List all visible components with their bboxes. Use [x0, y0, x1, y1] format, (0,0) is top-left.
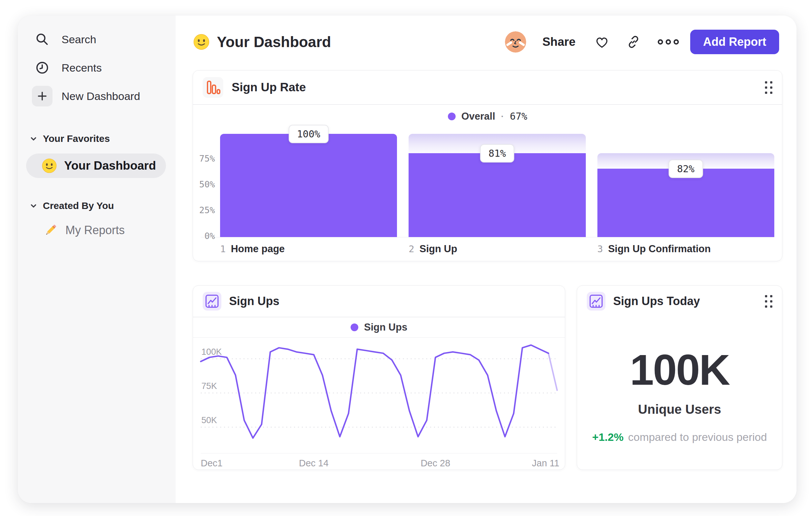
main-content: Your Dashboard Share Add Report: [176, 16, 796, 503]
step-name: Home page: [231, 243, 285, 255]
funnel-legend: Overall · 67%: [193, 105, 782, 128]
step-name: Sign Up: [419, 243, 457, 255]
svg-text:100K: 100K: [201, 347, 222, 357]
funnel-bar-sign-up-confirmation[interactable]: 82%: [598, 134, 774, 237]
app-window: SearchRecentsNew Dashboard Your Favorite…: [18, 16, 796, 503]
plus-icon: [32, 86, 53, 106]
chevron-down-icon: [29, 201, 38, 210]
legend-dot: [351, 323, 358, 331]
search-icon: [32, 29, 53, 50]
divider: [193, 337, 565, 338]
sidebar-nav: SearchRecentsNew Dashboard: [18, 25, 176, 110]
sidebar-item-your-dashboard[interactable]: Your Dashboard: [26, 154, 166, 178]
sidebar-item-recents[interactable]: Recents: [18, 54, 176, 82]
funnel-step-label: 1Home page: [220, 243, 397, 255]
legend-series: Sign Ups: [364, 322, 407, 333]
x-tick-label: Dec1: [201, 458, 223, 469]
line-legend: Sign Ups: [193, 317, 565, 337]
drag-handle-icon[interactable]: [765, 295, 772, 308]
y-tick-label: 50%: [199, 179, 215, 189]
sidebar-item-label: Recents: [62, 62, 102, 74]
conversion-badge: 81%: [480, 144, 514, 163]
metric-label: Unique Users: [638, 402, 721, 417]
funnel-step-label: 2Sign Up: [409, 243, 585, 255]
card-title: Sign Ups: [229, 294, 279, 308]
smiley-emoji: [41, 158, 57, 173]
sidebar-sections: Your FavoritesYour DashboardCreated By Y…: [18, 132, 176, 243]
line-x-axis: Dec1Dec 14Dec 28Jan 11: [201, 453, 557, 470]
sign-up-rate-header: Sign Up Rate: [193, 71, 782, 104]
svg-text:50K: 50K: [201, 415, 217, 425]
card-title: Sign Ups Today: [613, 294, 700, 308]
sign-ups-header: Sign Ups: [193, 286, 565, 317]
sidebar-item-label: Search: [62, 33, 96, 46]
heart-icon[interactable]: [594, 34, 610, 50]
line-chart-icon: [203, 292, 221, 310]
sign-ups-today-card: Sign Ups Today 100K Unique Users +1.2% c…: [577, 286, 782, 470]
funnel-bar-home-page[interactable]: 100%: [220, 134, 397, 237]
step-index: 2: [409, 243, 414, 254]
sign-up-rate-card: Sign Up Rate Overall · 67% 75%50%25%0% 1…: [193, 70, 782, 261]
sidebar-item-search[interactable]: Search: [18, 25, 176, 54]
metric-delta: +1.2%: [592, 431, 624, 443]
step-index: 1: [220, 243, 226, 254]
funnel-bar-sign-up[interactable]: 81%: [409, 134, 585, 237]
chevron-down-icon: [29, 134, 38, 143]
clock-icon: [32, 57, 53, 78]
sidebar-item-label: Your Dashboard: [64, 159, 156, 172]
y-tick-label: 0%: [204, 230, 215, 241]
share-button[interactable]: Share: [542, 35, 576, 49]
funnel-step-labels: 1Home page2Sign Up3Sign Up Confirmation: [201, 237, 774, 255]
sign-ups-card: Sign Ups Sign Ups 100K75K50K Dec1Dec 14D…: [193, 286, 565, 470]
sign-ups-today-header: Sign Ups Today: [577, 286, 782, 317]
conversion-badge: 82%: [669, 160, 703, 178]
y-tick-label: 75%: [199, 153, 215, 163]
legend-dot: [448, 113, 456, 120]
step-index: 3: [598, 243, 603, 254]
smiley-emoji: [193, 33, 210, 50]
link-icon[interactable]: [626, 34, 641, 50]
section-title: Created By You: [43, 200, 114, 211]
line-plot: 100K75K50K: [201, 340, 557, 453]
x-tick-label: Dec 14: [299, 458, 329, 469]
pencil-emoji: [43, 222, 58, 238]
x-tick-label: Dec 28: [420, 458, 450, 469]
legend-value: 67%: [510, 111, 527, 122]
funnel-step-label: 3Sign Up Confirmation: [598, 243, 774, 255]
page-title: Your Dashboard: [217, 33, 331, 51]
sidebar-item-label: New Dashboard: [62, 90, 140, 103]
dashboard-header: Your Dashboard Share Add Report: [193, 30, 779, 54]
section-title: Your Favorites: [43, 133, 110, 144]
drag-handle-icon[interactable]: [765, 81, 772, 94]
sidebar: SearchRecentsNew Dashboard Your Favorite…: [18, 16, 176, 503]
section-header-your-favorites[interactable]: Your Favorites: [18, 132, 176, 146]
legend-separator: ·: [501, 111, 504, 121]
sidebar-item-my-reports[interactable]: My Reports: [26, 218, 166, 243]
section-header-created-by-you[interactable]: Created By You: [18, 199, 176, 213]
line-chart-svg: 100K75K50K: [201, 340, 557, 453]
ellipsis-icon[interactable]: [657, 34, 673, 50]
line-chart-icon: [587, 292, 605, 310]
step-name: Sign Up Confirmation: [608, 243, 711, 255]
conversion-badge: 100%: [289, 125, 329, 143]
add-report-button[interactable]: Add Report: [690, 30, 779, 54]
x-tick-label: Jan 11: [532, 458, 559, 469]
y-tick-label: 25%: [199, 205, 215, 215]
sidebar-item-new-dashboard[interactable]: New Dashboard: [18, 82, 176, 110]
sidebar-item-label: My Reports: [65, 223, 125, 237]
metric-delta-row: +1.2% compared to previous period: [592, 431, 767, 443]
metric-value: 100K: [630, 345, 729, 395]
metric-body: 100K Unique Users +1.2% compared to prev…: [577, 317, 782, 443]
legend-series: Overall: [461, 111, 495, 122]
funnel-y-axis: 75%50%25%0%: [201, 134, 220, 237]
funnel-bars: 100%81%82%: [220, 134, 774, 237]
funnel-chart-icon: [203, 77, 223, 98]
card-title: Sign Up Rate: [232, 81, 306, 94]
funnel-chart: 75%50%25%0% 100%81%82%: [201, 134, 774, 237]
header-actions: Share Add Report: [505, 30, 779, 54]
svg-text:75K: 75K: [201, 381, 217, 391]
metric-delta-note: compared to previous period: [628, 431, 767, 443]
user-avatar[interactable]: [505, 31, 526, 53]
